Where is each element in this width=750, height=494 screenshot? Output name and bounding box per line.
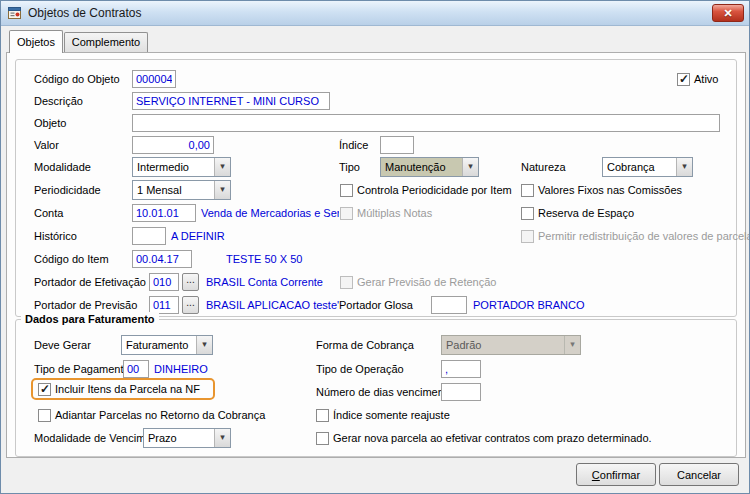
confirmar-button[interactable]: Confirmar — [576, 463, 656, 486]
modalidade-vencimento-combo[interactable]: Prazo ▾ — [143, 428, 231, 448]
historico-label: Histórico — [34, 226, 77, 246]
chevron-down-icon: ▾ — [196, 336, 212, 354]
chevron-down-icon: ▾ — [214, 158, 230, 176]
chevron-down-icon: ▾ — [462, 158, 478, 176]
natureza-combo[interactable]: Cobrança ▾ — [602, 157, 693, 177]
conta-description: Venda de Mercadorias e Servicos Tes — [201, 203, 339, 223]
deve-gerar-combo-value: Faturamento — [126, 336, 195, 354]
dialog-window: Objetos de Contratos ✕ Objetos Complemen… — [0, 0, 750, 494]
gerar-previsao-checkbox: Gerar Previsão de Retenção — [340, 272, 496, 292]
forma-cobranca-label: Forma de Cobrança — [316, 335, 414, 355]
modalidade-label: Modalidade — [34, 157, 91, 177]
periodicidade-combo[interactable]: 1 Mensal ▾ — [132, 180, 231, 200]
controla-periodicidade-checkbox[interactable]: Controla Periodicidade por Item — [340, 180, 512, 200]
gerar-nova-parcela-checkbox[interactable]: Gerar nova parcela ao efetivar contratos… — [316, 428, 652, 448]
tipo-label: Tipo — [339, 157, 360, 177]
conta-label: Conta — [34, 203, 63, 223]
chevron-down-icon: ▾ — [676, 158, 692, 176]
historico-description: A DEFINIR — [171, 226, 225, 246]
conta-input[interactable] — [132, 204, 196, 222]
modalidade-combo-value: Intermedio — [137, 158, 213, 176]
multiplas-notas-checkbox: Múltiplas Notas — [340, 203, 432, 223]
deve-gerar-combo[interactable]: Faturamento ▾ — [121, 335, 213, 355]
objeto-input[interactable] — [132, 114, 720, 132]
ativo-checkbox-label: Ativo — [694, 73, 718, 85]
descricao-input[interactable] — [132, 92, 330, 110]
portador-glosa-description: PORTADOR BRANCO — [473, 295, 584, 315]
tipo-operacao-input[interactable] — [441, 360, 481, 378]
close-button[interactable]: ✕ — [712, 4, 744, 22]
chevron-down-icon: ▾ — [214, 429, 230, 447]
portador-efetivacao-label: Portador de Efetivação — [34, 272, 146, 292]
title-bar: Objetos de Contratos ✕ — [1, 1, 749, 26]
forma-cobranca-combo: Padrão ▾ — [441, 335, 581, 355]
codigo-item-description: TESTE 50 X 50 — [226, 249, 302, 269]
deve-gerar-label: Deve Gerar — [34, 335, 91, 355]
faturamento-group-title: Dados para Faturamento — [21, 312, 159, 326]
chevron-down-icon: ▾ — [564, 336, 580, 354]
valor-label: Valor — [34, 135, 59, 155]
reserva-espaco-checkbox[interactable]: Reserva de Espaço — [521, 203, 634, 223]
chevron-down-icon: ▾ — [214, 181, 230, 199]
tipo-pagamento-description: DINHEIRO — [154, 359, 208, 379]
periodicidade-label: Periodicidade — [34, 180, 101, 200]
portador-previsao-description: BRASIL APLICACAO teste' — [206, 295, 339, 315]
modalidade-combo[interactable]: Intermedio ▾ — [132, 157, 231, 177]
portador-previsao-browse-button[interactable]: ... — [182, 296, 199, 314]
natureza-label: Natureza — [521, 157, 566, 177]
portador-efetivacao-input[interactable] — [149, 273, 179, 291]
tipo-operacao-label: Tipo de Operação — [316, 359, 404, 379]
portador-glosa-input[interactable] — [431, 296, 467, 314]
portador-glosa-label: Portador Glosa — [339, 295, 413, 315]
portador-efetivacao-browse-button[interactable]: ... — [182, 273, 199, 291]
natureza-combo-value: Cobrança — [607, 158, 675, 176]
cancelar-button[interactable]: Cancelar — [659, 463, 739, 486]
codigo-objeto-label: Código do Objeto — [34, 69, 120, 89]
ativo-checkbox-box — [677, 73, 690, 86]
permitir-redistribuicao-checkbox: Permitir redistribuição de valores de pa… — [521, 226, 750, 246]
codigo-item-input[interactable] — [132, 250, 192, 268]
valor-input[interactable] — [132, 136, 214, 154]
close-icon: ✕ — [723, 7, 732, 19]
periodicidade-combo-value: 1 Mensal — [137, 181, 213, 199]
tab-complemento[interactable]: Complemento — [64, 32, 148, 53]
tipo-pagamento-input[interactable] — [123, 360, 149, 378]
indice-reajuste-checkbox[interactable]: Índice somente reajuste — [316, 405, 450, 425]
tipo-combo[interactable]: Manutenção ▾ — [380, 157, 479, 177]
descricao-label: Descrição — [34, 91, 83, 111]
incluir-itens-checkbox[interactable]: Incluir Itens da Parcela na NF — [38, 379, 200, 399]
modalidade-vencimento-combo-value: Prazo — [148, 429, 213, 447]
codigo-item-label: Código do Item — [34, 249, 109, 269]
app-icon — [7, 5, 23, 21]
portador-efetivacao-description: BRASIL Conta Corrente — [206, 272, 323, 292]
indice-label: Índice — [339, 135, 368, 155]
codigo-objeto-input[interactable] — [132, 70, 176, 88]
indice-input[interactable] — [380, 136, 414, 154]
valores-fixos-checkbox[interactable]: Valores Fixos nas Comissões — [521, 180, 682, 200]
forma-cobranca-combo-value: Padrão — [446, 336, 563, 354]
tipo-pagamento-label: Tipo de Pagamento — [34, 359, 130, 379]
window-title: Objetos de Contratos — [28, 1, 141, 26]
historico-input[interactable] — [132, 227, 166, 245]
ativo-checkbox[interactable]: Ativo — [677, 69, 718, 89]
adiantar-parcelas-checkbox[interactable]: Adiantar Parcelas no Retorno da Cobrança — [38, 405, 265, 425]
tab-objetos[interactable]: Objetos — [9, 30, 63, 53]
numero-dias-input[interactable] — [441, 383, 481, 401]
numero-dias-label: Número de dias vencimento — [316, 382, 453, 402]
tipo-combo-value: Manutenção — [385, 158, 461, 176]
objeto-label: Objeto — [34, 113, 66, 133]
